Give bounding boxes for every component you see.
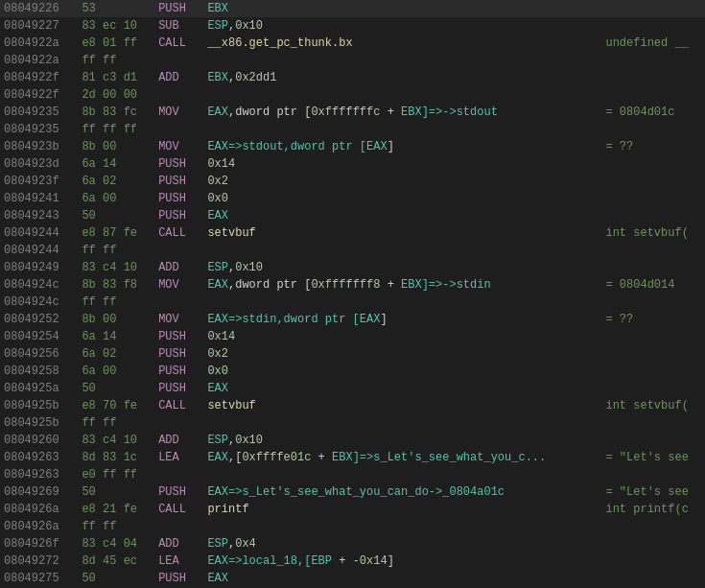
bytes-cell: 50	[82, 570, 158, 587]
bytes-cell: 6a 00	[82, 363, 158, 380]
table-row[interactable]: 0804926ae8 21 feCALLprintfint printf(c	[0, 501, 705, 518]
bytes-cell: e8 70 fe	[82, 397, 158, 414]
bytes-cell: e0 ff ff	[82, 466, 158, 483]
comment-cell	[601, 173, 705, 190]
address-cell: 08049272	[0, 553, 82, 570]
comment-cell	[601, 207, 705, 224]
operands-cell: 0x0	[207, 363, 601, 380]
table-row[interactable]: 0804926f83 c4 04ADDESP,0x4	[0, 535, 705, 553]
opcode-cell: MOV	[158, 311, 207, 328]
table-row[interactable]: 080492638d 83 1cLEAEAX,[0xffffe01c + EBX…	[0, 449, 705, 466]
opcode-cell: SUB	[158, 17, 207, 35]
address-cell: 0804923f	[0, 173, 82, 190]
comment-cell	[601, 155, 705, 173]
operands-cell	[207, 518, 601, 535]
table-row[interactable]: 0804923b8b 00MOVEAX=>stdout,dword ptr [E…	[0, 138, 705, 155]
address-cell: 0804922f	[0, 69, 82, 86]
table-row[interactable]: 0804923d6a 14PUSH0x14	[0, 155, 705, 173]
address-cell: 08049235	[0, 104, 82, 121]
table-row[interactable]: 0804924cff ff	[0, 294, 705, 311]
table-row[interactable]: 0804922aff ff	[0, 52, 705, 69]
table-row[interactable]: 080492728d 45 ecLEAEAX=>local_18,[EBP + …	[0, 553, 705, 570]
bytes-cell: 50	[82, 483, 158, 501]
table-row[interactable]: 0804926aff ff	[0, 518, 705, 535]
table-row[interactable]: 080492358b 83 fcMOVEAX,dword ptr [0xffff…	[0, 104, 705, 121]
table-row[interactable]: 0804925bff ff	[0, 414, 705, 432]
bytes-cell: 8b 83 f8	[82, 276, 158, 294]
address-cell: 0804926a	[0, 518, 82, 535]
address-cell: 08049235	[0, 121, 82, 138]
comment-cell	[601, 345, 705, 363]
operands-cell: 0x0	[207, 190, 601, 207]
table-row[interactable]: 08049263e0 ff ff	[0, 466, 705, 483]
table-row[interactable]: 0804924983 c4 10ADDESP,0x10	[0, 259, 705, 276]
address-cell: 08049244	[0, 224, 82, 242]
table-row[interactable]: 0804922f2d 00 00	[0, 86, 705, 104]
address-cell: 08049226	[0, 0, 82, 17]
comment-cell: = 0804d01c	[601, 104, 705, 121]
opcode-cell: ADD	[158, 535, 207, 553]
operands-cell	[207, 466, 601, 483]
comment-cell: int setvbuf(	[601, 224, 705, 242]
address-cell: 0804926a	[0, 501, 82, 518]
operands-cell: __x86.get_pc_thunk.bx	[207, 35, 601, 52]
bytes-cell: 6a 02	[82, 173, 158, 190]
table-row[interactable]: 0804924c8b 83 f8MOVEAX,dword ptr [0xffff…	[0, 276, 705, 294]
comment-cell	[601, 328, 705, 345]
table-row[interactable]: 0804924350PUSHEAX	[0, 207, 705, 224]
table-row[interactable]: 0804926950PUSHEAX=>s_Let's_see_what_you_…	[0, 483, 705, 501]
table-row[interactable]: 080492416a 00PUSH0x0	[0, 190, 705, 207]
operands-cell	[207, 86, 601, 104]
comment-cell	[601, 190, 705, 207]
address-cell: 0804924c	[0, 294, 82, 311]
comment-cell	[601, 553, 705, 570]
comment-cell	[601, 86, 705, 104]
opcode-cell: PUSH	[158, 173, 207, 190]
opcode-cell: ADD	[158, 69, 207, 86]
table-row[interactable]: 0804926083 c4 10ADDESP,0x10	[0, 432, 705, 449]
table-row[interactable]: 0804922783 ec 10SUBESP,0x10	[0, 17, 705, 35]
table-row[interactable]: 0804923f6a 02PUSH0x2	[0, 173, 705, 190]
table-row[interactable]: 0804927550PUSHEAX	[0, 570, 705, 587]
opcode-cell	[158, 52, 207, 69]
table-row[interactable]: 0804922653PUSHEBX	[0, 0, 705, 17]
table-row[interactable]: 08049235ff ff ff	[0, 121, 705, 138]
comment-cell	[601, 466, 705, 483]
bytes-cell: ff ff	[82, 294, 158, 311]
bytes-cell: 8b 83 fc	[82, 104, 158, 121]
operands-cell: 0x14	[207, 155, 601, 173]
bytes-cell: 83 c4 10	[82, 259, 158, 276]
table-row[interactable]: 080492546a 14PUSH0x14	[0, 328, 705, 345]
opcode-cell: LEA	[158, 449, 207, 466]
opcode-cell: ADD	[158, 432, 207, 449]
bytes-cell: 6a 14	[82, 328, 158, 345]
opcode-cell: PUSH	[158, 345, 207, 363]
comment-cell	[601, 0, 705, 17]
address-cell: 0804922a	[0, 52, 82, 69]
opcode-cell: LEA	[158, 553, 207, 570]
operands-cell: EAX=>local_18,[EBP + -0x14]	[207, 553, 601, 570]
table-row[interactable]: 0804922ae8 01 ffCALL__x86.get_pc_thunk.b…	[0, 35, 705, 52]
opcode-cell: PUSH	[158, 363, 207, 380]
comment-cell: = "Let's see	[601, 483, 705, 501]
comment-cell	[601, 535, 705, 553]
table-row[interactable]: 0804925be8 70 feCALLsetvbufint setvbuf(	[0, 397, 705, 414]
address-cell: 08049243	[0, 207, 82, 224]
table-row[interactable]: 080492566a 02PUSH0x2	[0, 345, 705, 363]
operands-cell: EAX	[207, 207, 601, 224]
table-row[interactable]: 080492528b 00MOVEAX=>stdin,dword ptr [EA…	[0, 311, 705, 328]
table-row[interactable]: 0804925a50PUSHEAX	[0, 380, 705, 397]
bytes-cell: ff ff ff	[82, 121, 158, 138]
operands-cell: ESP,0x10	[207, 259, 601, 276]
table-row[interactable]: 08049244ff ff	[0, 242, 705, 259]
opcode-cell	[158, 294, 207, 311]
opcode-cell: PUSH	[158, 570, 207, 587]
operands-cell: ESP,0x10	[207, 432, 601, 449]
table-row[interactable]: 08049244e8 87 feCALLsetvbufint setvbuf(	[0, 224, 705, 242]
table-row[interactable]: 0804922f81 c3 d1ADDEBX,0x2dd1	[0, 69, 705, 86]
operands-cell	[207, 294, 601, 311]
address-cell: 0804922f	[0, 86, 82, 104]
table-row[interactable]: 080492586a 00PUSH0x0	[0, 363, 705, 380]
address-cell: 08049263	[0, 466, 82, 483]
address-cell: 08049275	[0, 570, 82, 587]
